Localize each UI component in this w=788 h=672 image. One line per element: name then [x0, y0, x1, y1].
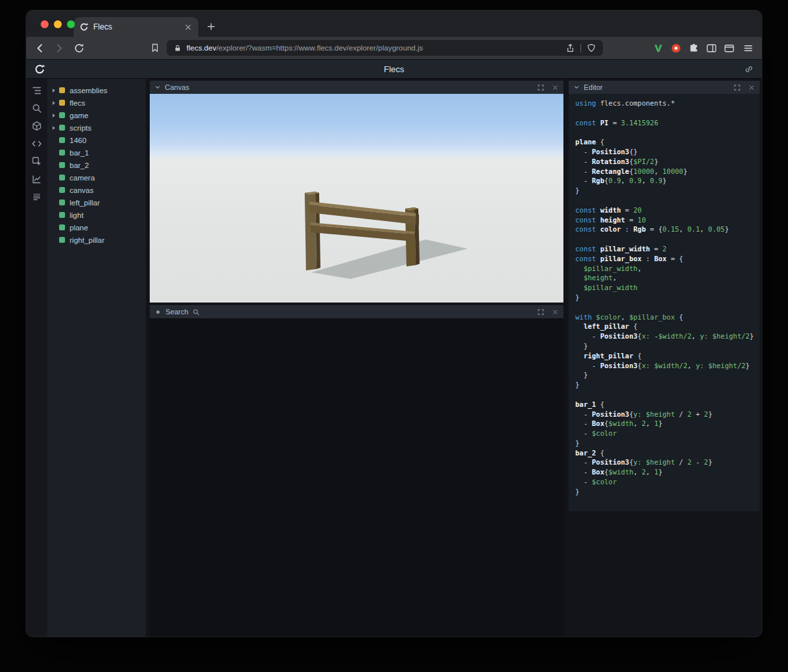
back-icon[interactable] — [34, 43, 45, 54]
code-line[interactable] — [575, 303, 755, 312]
tree-item-left_pillar[interactable]: left_pillar — [47, 196, 146, 209]
code-line[interactable]: - Position3{x: -$width/2, y: $height/2} — [575, 331, 755, 341]
code-line[interactable]: const pillar_box : Box = { — [575, 254, 755, 264]
expand-icon[interactable] — [537, 308, 544, 316]
tree-item-camera[interactable]: camera — [47, 171, 146, 184]
code-line[interactable]: - Position3{y: $height / 2 + 2} — [575, 410, 755, 419]
new-tab-button[interactable] — [206, 22, 216, 32]
tree-item-1460[interactable]: 1460 — [47, 134, 146, 146]
tree-item-flecs[interactable]: flecs — [47, 96, 146, 109]
search-icon[interactable] — [192, 308, 200, 316]
tree-item-plane[interactable]: plane — [47, 221, 146, 234]
flecs-logo-icon[interactable] — [34, 64, 45, 75]
code-line[interactable]: const height = 10 — [575, 215, 755, 225]
forward-icon[interactable] — [54, 43, 65, 54]
lock-icon[interactable] — [173, 44, 182, 52]
code-line[interactable]: } — [575, 438, 755, 448]
tree-item-right_pillar[interactable]: right_pillar — [47, 234, 146, 246]
red-extension-icon[interactable] — [670, 43, 682, 54]
shield-icon[interactable] — [586, 43, 596, 53]
tree-item-canvas[interactable]: canvas — [47, 184, 146, 196]
tree-item-scripts[interactable]: scripts — [47, 121, 146, 134]
code-line[interactable]: - Box{$width, 2, 1} — [575, 419, 755, 429]
expand-arrow-icon[interactable] — [53, 101, 59, 105]
chevron-down-icon[interactable] — [154, 84, 161, 91]
code-line[interactable] — [575, 234, 755, 244]
code-line[interactable] — [575, 196, 755, 205]
tree-item-bar_1[interactable]: bar_1 — [47, 146, 146, 159]
inspect-icon[interactable] — [32, 156, 42, 167]
expand-icon[interactable] — [537, 84, 544, 91]
code-line[interactable]: bar_1 { — [575, 400, 755, 410]
code-icon[interactable] — [32, 138, 42, 149]
code-line[interactable]: right_pillar { — [575, 351, 755, 361]
code-line[interactable]: const width = 20 — [575, 205, 755, 215]
code-line[interactable]: - Rgb{0.9, 0.9, 0.9} — [575, 176, 755, 186]
bookmark-icon[interactable] — [150, 43, 160, 53]
code-line[interactable]: with $color, $pillar_box { — [575, 312, 755, 322]
code-line[interactable]: const PI = 3.1415926 — [575, 118, 755, 128]
code-line[interactable]: - $color — [575, 429, 755, 438]
code-line[interactable]: - Rotation3{$PI/2} — [575, 157, 755, 167]
menu-icon[interactable] — [743, 43, 754, 54]
expand-arrow-icon[interactable] — [53, 126, 59, 130]
code-line[interactable]: } — [575, 186, 755, 196]
close-window-button[interactable] — [41, 20, 49, 28]
tree-item-assemblies[interactable]: assemblies — [47, 84, 146, 96]
code-line[interactable]: } — [575, 370, 755, 380]
extensions-puzzle-icon[interactable] — [688, 43, 699, 54]
code-line[interactable]: left_pillar { — [575, 322, 755, 331]
code-line[interactable]: bar_2 { — [575, 448, 755, 458]
code-line[interactable]: - Rectangle{10000, 10000} — [575, 167, 755, 177]
code-line[interactable]: using flecs.components.* — [575, 98, 755, 108]
link-icon[interactable] — [744, 64, 754, 74]
wallet-icon[interactable] — [724, 43, 735, 54]
browser-tab[interactable]: Flecs — [74, 17, 198, 37]
expand-icon[interactable] — [733, 84, 741, 91]
code-line[interactable]: plane { — [575, 137, 755, 147]
address-bar[interactable]: flecs.dev/explorer/?wasm=https://www.fle… — [167, 40, 603, 56]
code-line[interactable] — [575, 127, 755, 137]
code-line[interactable]: - Position3{y: $height / 2 - 2} — [575, 457, 755, 467]
close-icon[interactable] — [552, 308, 559, 316]
minimize-window-button[interactable] — [54, 20, 62, 28]
code-line[interactable]: const color : Rgb = {0.15, 0.1, 0.05} — [575, 224, 755, 234]
sidebar-icon[interactable] — [706, 43, 717, 54]
code-line[interactable]: $height, — [575, 273, 755, 283]
search-icon[interactable] — [32, 103, 42, 114]
close-icon[interactable] — [748, 84, 755, 91]
code-line[interactable]: - Position3{} — [575, 147, 755, 157]
entities-icon[interactable] — [32, 121, 42, 131]
code-line[interactable]: } — [575, 341, 755, 351]
tree-item-game[interactable]: game — [47, 109, 146, 121]
code-line[interactable]: - Box{$width, 2, 1} — [575, 467, 755, 477]
code-line[interactable]: - Position3{x: $width/2, y: $height/2} — [575, 361, 755, 371]
code-line[interactable] — [575, 108, 755, 118]
code-line[interactable]: $pillar_width — [575, 283, 755, 293]
code-line[interactable]: } — [575, 293, 755, 303]
entity-tree: assembliesflecsgamescripts1460bar_1bar_2… — [47, 79, 146, 637]
v-extension-icon[interactable] — [653, 43, 664, 54]
code-line[interactable]: $pillar_width, — [575, 264, 755, 274]
editor-code[interactable]: using flecs.components.* const PI = 3.14… — [569, 94, 760, 511]
zoom-window-button[interactable] — [67, 20, 75, 28]
close-icon[interactable] — [552, 84, 559, 91]
share-icon[interactable] — [565, 43, 575, 53]
code-line[interactable] — [575, 390, 755, 400]
tree-item-bar_2[interactable]: bar_2 — [47, 159, 146, 171]
tab-close-icon[interactable] — [184, 23, 192, 32]
reload-icon[interactable] — [74, 43, 85, 54]
tree-item-light[interactable]: light — [47, 209, 146, 221]
code-line[interactable]: - $color — [575, 477, 755, 487]
expand-arrow-icon[interactable] — [53, 89, 59, 93]
code-line[interactable]: } — [575, 487, 755, 497]
canvas-3d-view[interactable] — [150, 94, 563, 303]
stats-icon[interactable] — [32, 174, 42, 184]
hierarchy-icon[interactable] — [32, 85, 42, 96]
chevron-down-icon[interactable] — [573, 84, 580, 91]
queries-icon[interactable] — [32, 192, 42, 202]
code-line[interactable]: } — [575, 380, 755, 390]
code-line[interactable]: const pillar_width = 2 — [575, 244, 755, 254]
expand-arrow-icon[interactable] — [53, 114, 59, 117]
search-results-area[interactable] — [150, 318, 563, 637]
